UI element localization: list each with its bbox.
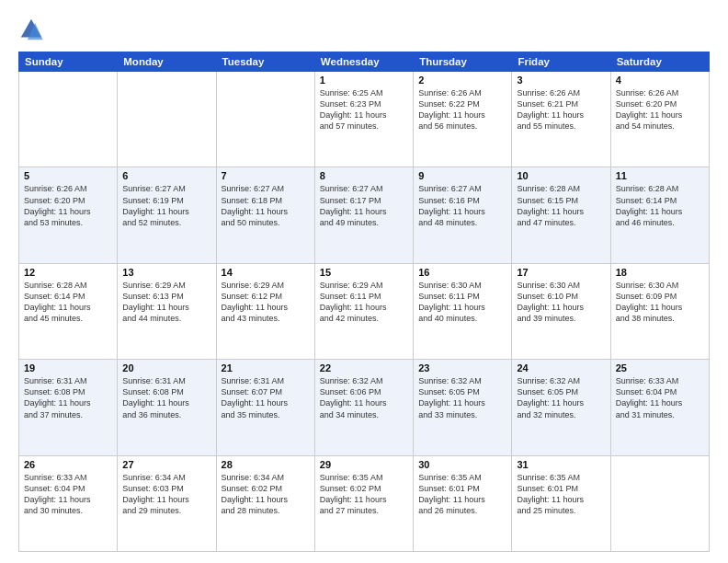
header-day: Saturday [610, 52, 709, 72]
day-info: Sunrise: 6:26 AM Sunset: 6:20 PM Dayligh… [24, 183, 112, 228]
day-info: Sunrise: 6:27 AM Sunset: 6:17 PM Dayligh… [320, 183, 408, 228]
calendar-body: 1Sunrise: 6:25 AM Sunset: 6:23 PM Daylig… [19, 72, 710, 552]
day-number: 12 [24, 267, 112, 278]
day-number: 31 [517, 459, 605, 470]
day-number: 9 [418, 170, 506, 181]
day-info: Sunrise: 6:26 AM Sunset: 6:22 PM Dayligh… [418, 87, 506, 132]
page: SundayMondayTuesdayWednesdayThursdayFrid… [0, 0, 728, 563]
calendar-cell: 17Sunrise: 6:30 AM Sunset: 6:10 PM Dayli… [512, 263, 610, 359]
calendar-cell: 11Sunrise: 6:28 AM Sunset: 6:14 PM Dayli… [610, 167, 709, 263]
day-number: 20 [122, 362, 210, 373]
calendar-cell: 31Sunrise: 6:35 AM Sunset: 6:01 PM Dayli… [512, 455, 610, 551]
day-info: Sunrise: 6:30 AM Sunset: 6:09 PM Dayligh… [616, 280, 704, 325]
day-info: Sunrise: 6:35 AM Sunset: 6:01 PM Dayligh… [517, 472, 605, 517]
calendar-cell: 21Sunrise: 6:31 AM Sunset: 6:07 PM Dayli… [216, 360, 314, 455]
calendar-cell [19, 72, 118, 167]
calendar-cell: 18Sunrise: 6:30 AM Sunset: 6:09 PM Dayli… [610, 263, 709, 359]
day-number: 17 [517, 267, 605, 278]
calendar-cell: 3Sunrise: 6:26 AM Sunset: 6:21 PM Daylig… [512, 72, 610, 167]
day-number: 2 [418, 75, 506, 86]
day-info: Sunrise: 6:34 AM Sunset: 6:03 PM Dayligh… [122, 472, 210, 517]
day-number: 30 [418, 459, 506, 470]
calendar-cell: 26Sunrise: 6:33 AM Sunset: 6:04 PM Dayli… [19, 455, 118, 551]
day-number: 5 [24, 170, 112, 181]
calendar-cell: 19Sunrise: 6:31 AM Sunset: 6:08 PM Dayli… [19, 360, 118, 455]
day-info: Sunrise: 6:32 AM Sunset: 6:06 PM Dayligh… [320, 375, 408, 420]
header-day: Sunday [19, 52, 118, 72]
calendar-cell: 2Sunrise: 6:26 AM Sunset: 6:22 PM Daylig… [414, 72, 512, 167]
day-number: 16 [418, 267, 506, 278]
calendar-cell: 8Sunrise: 6:27 AM Sunset: 6:17 PM Daylig… [314, 167, 413, 263]
day-info: Sunrise: 6:27 AM Sunset: 6:16 PM Dayligh… [418, 183, 506, 228]
day-info: Sunrise: 6:31 AM Sunset: 6:07 PM Dayligh… [222, 375, 310, 420]
day-info: Sunrise: 6:32 AM Sunset: 6:05 PM Dayligh… [418, 375, 506, 420]
calendar-cell: 27Sunrise: 6:34 AM Sunset: 6:03 PM Dayli… [118, 455, 216, 551]
day-number: 24 [517, 362, 605, 373]
calendar-week: 12Sunrise: 6:28 AM Sunset: 6:14 PM Dayli… [19, 263, 710, 359]
day-info: Sunrise: 6:32 AM Sunset: 6:05 PM Dayligh… [517, 375, 605, 420]
calendar-cell: 16Sunrise: 6:30 AM Sunset: 6:11 PM Dayli… [414, 263, 512, 359]
calendar-week: 5Sunrise: 6:26 AM Sunset: 6:20 PM Daylig… [19, 167, 710, 263]
day-info: Sunrise: 6:29 AM Sunset: 6:13 PM Dayligh… [122, 280, 210, 325]
calendar-week: 26Sunrise: 6:33 AM Sunset: 6:04 PM Dayli… [19, 455, 710, 551]
day-info: Sunrise: 6:31 AM Sunset: 6:08 PM Dayligh… [24, 375, 112, 420]
day-number: 8 [320, 170, 408, 181]
day-number: 19 [24, 362, 112, 373]
calendar-table: SundayMondayTuesdayWednesdayThursdayFrid… [18, 52, 710, 552]
header-day: Tuesday [216, 52, 314, 72]
day-number: 11 [616, 170, 704, 181]
day-info: Sunrise: 6:33 AM Sunset: 6:04 PM Dayligh… [24, 472, 112, 517]
calendar-cell [216, 72, 314, 167]
calendar-cell: 24Sunrise: 6:32 AM Sunset: 6:05 PM Dayli… [512, 360, 610, 455]
calendar-header: SundayMondayTuesdayWednesdayThursdayFrid… [19, 52, 710, 72]
day-info: Sunrise: 6:27 AM Sunset: 6:19 PM Dayligh… [122, 183, 210, 228]
calendar-cell: 15Sunrise: 6:29 AM Sunset: 6:11 PM Dayli… [314, 263, 413, 359]
header-row-days: SundayMondayTuesdayWednesdayThursdayFrid… [19, 52, 710, 72]
day-number: 21 [222, 362, 310, 373]
calendar-cell: 12Sunrise: 6:28 AM Sunset: 6:14 PM Dayli… [19, 263, 118, 359]
day-info: Sunrise: 6:28 AM Sunset: 6:14 PM Dayligh… [616, 183, 704, 228]
day-number: 13 [122, 267, 210, 278]
day-info: Sunrise: 6:33 AM Sunset: 6:04 PM Dayligh… [616, 375, 704, 420]
day-info: Sunrise: 6:26 AM Sunset: 6:21 PM Dayligh… [517, 87, 605, 132]
day-number: 10 [517, 170, 605, 181]
day-info: Sunrise: 6:34 AM Sunset: 6:02 PM Dayligh… [222, 472, 310, 517]
day-number: 7 [222, 170, 310, 181]
day-info: Sunrise: 6:25 AM Sunset: 6:23 PM Dayligh… [320, 87, 408, 132]
header-day: Thursday [414, 52, 512, 72]
header-row [18, 17, 710, 42]
calendar-cell: 14Sunrise: 6:29 AM Sunset: 6:12 PM Dayli… [216, 263, 314, 359]
header-day: Wednesday [314, 52, 413, 72]
day-number: 3 [517, 75, 605, 86]
calendar-cell: 29Sunrise: 6:35 AM Sunset: 6:02 PM Dayli… [314, 455, 413, 551]
calendar-week: 19Sunrise: 6:31 AM Sunset: 6:08 PM Dayli… [19, 360, 710, 455]
day-number: 14 [222, 267, 310, 278]
day-info: Sunrise: 6:35 AM Sunset: 6:01 PM Dayligh… [418, 472, 506, 517]
day-info: Sunrise: 6:29 AM Sunset: 6:11 PM Dayligh… [320, 280, 408, 325]
day-number: 29 [320, 459, 408, 470]
calendar-cell: 6Sunrise: 6:27 AM Sunset: 6:19 PM Daylig… [118, 167, 216, 263]
day-number: 1 [320, 75, 408, 86]
header-day: Monday [118, 52, 216, 72]
day-number: 15 [320, 267, 408, 278]
calendar-cell: 9Sunrise: 6:27 AM Sunset: 6:16 PM Daylig… [414, 167, 512, 263]
day-info: Sunrise: 6:35 AM Sunset: 6:02 PM Dayligh… [320, 472, 408, 517]
day-info: Sunrise: 6:28 AM Sunset: 6:14 PM Dayligh… [24, 280, 112, 325]
calendar-cell: 23Sunrise: 6:32 AM Sunset: 6:05 PM Dayli… [414, 360, 512, 455]
calendar-cell: 5Sunrise: 6:26 AM Sunset: 6:20 PM Daylig… [19, 167, 118, 263]
day-number: 23 [418, 362, 506, 373]
calendar-cell: 25Sunrise: 6:33 AM Sunset: 6:04 PM Dayli… [610, 360, 709, 455]
calendar-cell: 22Sunrise: 6:32 AM Sunset: 6:06 PM Dayli… [314, 360, 413, 455]
calendar-cell: 13Sunrise: 6:29 AM Sunset: 6:13 PM Dayli… [118, 263, 216, 359]
day-info: Sunrise: 6:31 AM Sunset: 6:08 PM Dayligh… [122, 375, 210, 420]
day-number: 27 [122, 459, 210, 470]
calendar-cell: 7Sunrise: 6:27 AM Sunset: 6:18 PM Daylig… [216, 167, 314, 263]
day-info: Sunrise: 6:30 AM Sunset: 6:10 PM Dayligh… [517, 280, 605, 325]
day-number: 18 [616, 267, 704, 278]
day-info: Sunrise: 6:30 AM Sunset: 6:11 PM Dayligh… [418, 280, 506, 325]
logo [18, 17, 48, 42]
day-info: Sunrise: 6:28 AM Sunset: 6:15 PM Dayligh… [517, 183, 605, 228]
calendar-week: 1Sunrise: 6:25 AM Sunset: 6:23 PM Daylig… [19, 72, 710, 167]
day-info: Sunrise: 6:29 AM Sunset: 6:12 PM Dayligh… [222, 280, 310, 325]
day-number: 25 [616, 362, 704, 373]
